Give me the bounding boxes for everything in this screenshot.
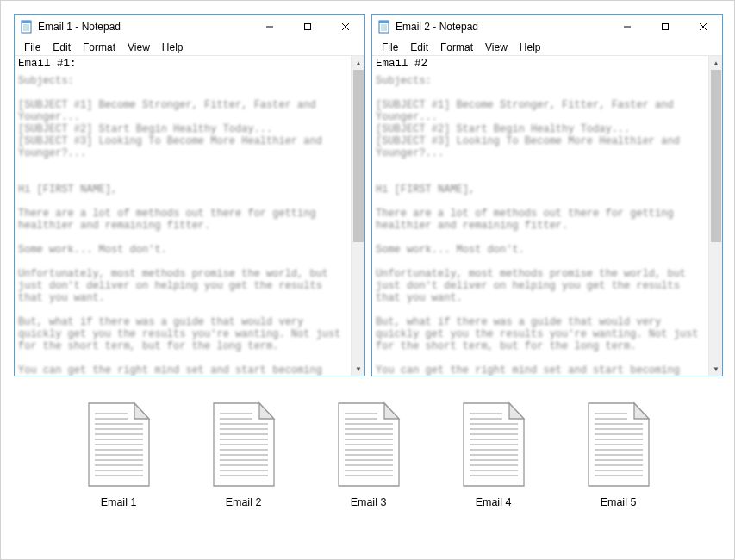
file-label: Email 4 xyxy=(476,496,512,508)
text-document-icon xyxy=(84,401,153,488)
menu-view[interactable]: View xyxy=(121,40,156,55)
file-label: Email 5 xyxy=(601,496,637,508)
content-area: Email #1: Subjects: [SUBJECT #1] Become … xyxy=(15,56,364,376)
menu-view[interactable]: View xyxy=(479,40,514,55)
vertical-scrollbar[interactable]: ▲ ▼ xyxy=(708,56,722,376)
scroll-thumb[interactable] xyxy=(711,70,721,242)
menu-format[interactable]: Format xyxy=(77,40,121,55)
svg-marker-81 xyxy=(634,403,649,419)
file-item-4[interactable]: Email 4 xyxy=(455,401,533,508)
svg-rect-1 xyxy=(22,21,31,23)
scroll-up-arrow[interactable]: ▲ xyxy=(709,56,722,70)
menubar: File Edit Format View Help xyxy=(15,39,364,56)
notepad-icon xyxy=(377,20,391,34)
menu-file[interactable]: File xyxy=(376,40,404,55)
scroll-down-arrow[interactable]: ▼ xyxy=(352,362,364,376)
file-item-2[interactable]: Email 2 xyxy=(205,401,283,508)
file-item-5[interactable]: Email 5 xyxy=(580,401,657,508)
svg-rect-7 xyxy=(305,24,311,30)
editor-first-line: Email #1: xyxy=(18,58,347,70)
text-document-icon xyxy=(209,401,278,488)
text-document-icon xyxy=(584,401,653,488)
window-title: Email 2 - Notepad xyxy=(396,21,608,33)
menubar: File Edit Format View Help xyxy=(372,39,722,56)
svg-marker-66 xyxy=(509,403,524,419)
notepad-icon xyxy=(20,20,34,34)
file-item-1[interactable]: Email 1 xyxy=(80,401,158,508)
file-item-3[interactable]: Email 3 xyxy=(330,401,408,508)
menu-edit[interactable]: Edit xyxy=(404,40,434,55)
text-editor[interactable]: Email #2 Subjects: [SUBJECT #1] Become S… xyxy=(372,56,708,376)
menu-help[interactable]: Help xyxy=(156,40,190,55)
window-title: Email 1 - Notepad xyxy=(38,21,251,33)
scroll-down-arrow[interactable]: ▼ xyxy=(709,362,722,376)
maximize-button[interactable] xyxy=(289,15,327,39)
notepad-window-2: Email 2 - Notepad File Edit Format View … xyxy=(371,14,723,376)
svg-marker-21 xyxy=(134,403,149,419)
titlebar[interactable]: Email 2 - Notepad xyxy=(372,15,722,39)
close-button[interactable] xyxy=(684,15,722,39)
file-label: Email 3 xyxy=(351,496,387,508)
scroll-up-arrow[interactable]: ▲ xyxy=(352,56,364,70)
menu-edit[interactable]: Edit xyxy=(47,40,77,55)
svg-marker-51 xyxy=(384,403,399,419)
menu-help[interactable]: Help xyxy=(514,40,547,55)
scroll-thumb[interactable] xyxy=(353,70,364,242)
vertical-scrollbar[interactable]: ▲ ▼ xyxy=(351,56,364,376)
file-label: Email 1 xyxy=(101,496,137,508)
maximize-button[interactable] xyxy=(646,15,684,39)
file-icon-row: Email 1 Email 2 xyxy=(1,401,735,508)
minimize-button[interactable] xyxy=(251,15,289,39)
editor-body: Subjects: [SUBJECT #1] Become Stronger, … xyxy=(376,75,705,376)
file-label: Email 2 xyxy=(226,496,262,508)
text-document-icon xyxy=(334,401,403,488)
text-editor[interactable]: Email #1: Subjects: [SUBJECT #1] Become … xyxy=(15,56,351,376)
text-document-icon xyxy=(459,401,528,488)
svg-rect-11 xyxy=(379,21,389,23)
minimize-button[interactable] xyxy=(608,15,646,39)
svg-rect-17 xyxy=(663,24,669,30)
window-controls xyxy=(251,15,364,39)
menu-file[interactable]: File xyxy=(18,40,47,55)
menu-format[interactable]: Format xyxy=(434,40,479,55)
content-area: Email #2 Subjects: [SUBJECT #1] Become S… xyxy=(372,56,722,376)
notepad-window-1: Email 1 - Notepad File Edit Format View … xyxy=(14,14,365,376)
window-controls xyxy=(608,15,722,39)
close-button[interactable] xyxy=(327,15,364,39)
svg-marker-36 xyxy=(259,403,274,419)
editor-first-line: Email #2 xyxy=(376,58,705,70)
editor-body: Subjects: [SUBJECT #1] Become Stronger, … xyxy=(18,75,347,376)
titlebar[interactable]: Email 1 - Notepad xyxy=(15,15,364,39)
